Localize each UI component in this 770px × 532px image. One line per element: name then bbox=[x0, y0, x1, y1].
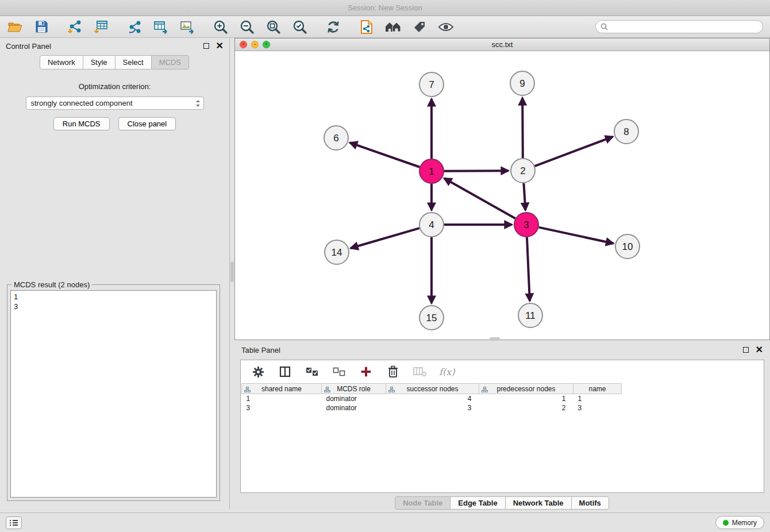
column-header-name[interactable]: name bbox=[573, 384, 622, 394]
plus-icon bbox=[360, 366, 372, 377]
network-canvas[interactable]: 7968124314101511 bbox=[235, 51, 769, 340]
graph-node-label: 2 bbox=[520, 165, 525, 176]
graphics-details-button[interactable] bbox=[385, 19, 401, 35]
tab-mcds[interactable]: MCDS bbox=[151, 55, 189, 70]
table-row[interactable]: 1 dominator 4 1 1 bbox=[242, 394, 622, 403]
export-image-icon bbox=[180, 20, 195, 34]
import-network-button[interactable] bbox=[67, 19, 83, 35]
memory-button[interactable]: Memory bbox=[715, 516, 764, 529]
columns-icon bbox=[279, 366, 291, 377]
new-network-button[interactable] bbox=[126, 19, 143, 35]
graph-edge-2-3[interactable] bbox=[523, 183, 525, 210]
close-panel-icon[interactable]: ✕ bbox=[216, 41, 224, 51]
annotation-button[interactable] bbox=[411, 19, 428, 35]
graph-edge-1-6[interactable] bbox=[350, 142, 420, 167]
graph-node-label: 14 bbox=[332, 247, 342, 258]
table-panel-tabs: Node Table Edge Table Network Table Moti… bbox=[234, 496, 770, 510]
network-window-title: scc.txt bbox=[492, 40, 513, 49]
tab-style[interactable]: Style bbox=[83, 55, 116, 70]
function-builder-button[interactable]: f(x) bbox=[439, 367, 455, 377]
mcds-result-line: 1 bbox=[14, 292, 213, 302]
export-image-button[interactable] bbox=[179, 19, 195, 35]
deselect-all-button[interactable] bbox=[331, 364, 347, 380]
zoom-out-icon bbox=[240, 20, 255, 34]
column-header-predecessor-nodes[interactable]: predecessor nodes bbox=[479, 384, 573, 394]
close-table-panel-icon[interactable]: ✕ bbox=[756, 345, 763, 354]
close-window-button[interactable]: × bbox=[240, 41, 247, 48]
graph-edge-2-9[interactable] bbox=[522, 98, 523, 158]
tab-motifs[interactable]: Motifs bbox=[571, 496, 609, 510]
mcds-result-title: MCDS result (2 nodes) bbox=[11, 280, 92, 289]
import-network-icon bbox=[67, 20, 82, 34]
run-mcds-button[interactable]: Run MCDS bbox=[53, 117, 110, 130]
open-session-button[interactable] bbox=[7, 19, 23, 35]
select-all-button[interactable] bbox=[304, 364, 320, 380]
graph-edge-1-2[interactable] bbox=[444, 171, 509, 171]
delete-column-button[interactable] bbox=[412, 364, 428, 380]
save-icon bbox=[35, 20, 48, 33]
table-header-row: shared name MCDS role successor nodes pr… bbox=[242, 384, 622, 394]
optimization-criterion-label: Optimization criterion: bbox=[0, 82, 229, 91]
float-table-panel-icon[interactable] bbox=[743, 347, 749, 353]
mcds-result-list[interactable]: 1 3 bbox=[10, 290, 217, 498]
network-view-window: × – + scc.txt 7968124314101511 bbox=[234, 38, 770, 340]
search-input[interactable] bbox=[611, 23, 758, 31]
delete-row-button[interactable] bbox=[385, 364, 401, 380]
graph-edge-3-10[interactable] bbox=[539, 228, 614, 244]
column-header-successor-nodes[interactable]: successor nodes bbox=[386, 384, 479, 394]
maximize-window-button[interactable]: + bbox=[263, 41, 270, 48]
zoom-fit-button[interactable] bbox=[265, 19, 282, 35]
column-header-mcds-role[interactable]: MCDS role bbox=[322, 384, 386, 394]
graph-edge-4-14[interactable] bbox=[351, 228, 419, 248]
float-panel-icon[interactable] bbox=[203, 43, 209, 49]
graph-edge-3-11[interactable] bbox=[527, 237, 530, 301]
double-home-icon bbox=[385, 21, 401, 33]
zoom-out-button[interactable] bbox=[239, 19, 255, 35]
graph-node-label: 15 bbox=[426, 313, 437, 323]
tab-select[interactable]: Select bbox=[115, 55, 152, 70]
export-table-icon bbox=[153, 20, 168, 34]
tab-edge-table[interactable]: Edge Table bbox=[450, 496, 505, 510]
save-session-button[interactable] bbox=[33, 19, 49, 35]
graph-node-label: 7 bbox=[429, 79, 434, 90]
sort-icon bbox=[244, 387, 251, 392]
show-columns-button[interactable] bbox=[277, 364, 293, 380]
export-table-button[interactable] bbox=[153, 19, 169, 35]
splitter-handle-horizontal[interactable] bbox=[490, 337, 500, 341]
tab-network[interactable]: Network bbox=[40, 55, 83, 70]
network-share-icon bbox=[128, 20, 142, 34]
zoom-selected-button[interactable] bbox=[292, 19, 308, 35]
zoom-in-button[interactable] bbox=[213, 19, 229, 35]
window-titlebar: Session: New Session bbox=[0, 0, 770, 16]
close-panel-button[interactable]: Close panel bbox=[118, 117, 176, 130]
main-toolbar bbox=[0, 16, 770, 38]
table-toolbar: f(x) bbox=[241, 360, 764, 383]
show-hide-button[interactable] bbox=[438, 19, 454, 35]
add-column-button[interactable] bbox=[358, 364, 374, 380]
tab-node-table[interactable]: Node Table bbox=[395, 496, 451, 510]
zoom-in-icon bbox=[213, 20, 228, 34]
table-row[interactable]: 3 dominator 3 2 3 bbox=[242, 403, 622, 413]
import-table-button[interactable] bbox=[93, 19, 109, 35]
export-document-button[interactable] bbox=[359, 19, 375, 35]
table-settings-button[interactable] bbox=[250, 364, 266, 380]
tab-network-table[interactable]: Network Table bbox=[505, 496, 572, 510]
deselect-all-icon bbox=[333, 367, 345, 377]
graph-node-label: 9 bbox=[519, 78, 525, 89]
refresh-button[interactable] bbox=[325, 19, 341, 35]
minimize-window-button[interactable]: – bbox=[251, 41, 259, 48]
memory-label: Memory bbox=[732, 519, 757, 527]
graph-edge-2-8[interactable] bbox=[535, 137, 613, 166]
select-all-icon bbox=[306, 367, 318, 377]
document-share-icon bbox=[360, 20, 374, 34]
task-history-button[interactable] bbox=[6, 516, 22, 529]
mcds-result-line: 3 bbox=[14, 302, 213, 311]
search-field[interactable] bbox=[595, 20, 763, 33]
search-icon bbox=[600, 23, 608, 30]
splitter-handle-vertical[interactable] bbox=[230, 261, 234, 282]
column-header-shared-name[interactable]: shared name bbox=[242, 384, 322, 394]
import-table-icon bbox=[94, 20, 109, 34]
graph-edge-3-1[interactable] bbox=[444, 178, 515, 218]
criterion-dropdown[interactable]: strongly connected component bbox=[26, 97, 204, 110]
graph-node-label: 1 bbox=[429, 166, 434, 177]
